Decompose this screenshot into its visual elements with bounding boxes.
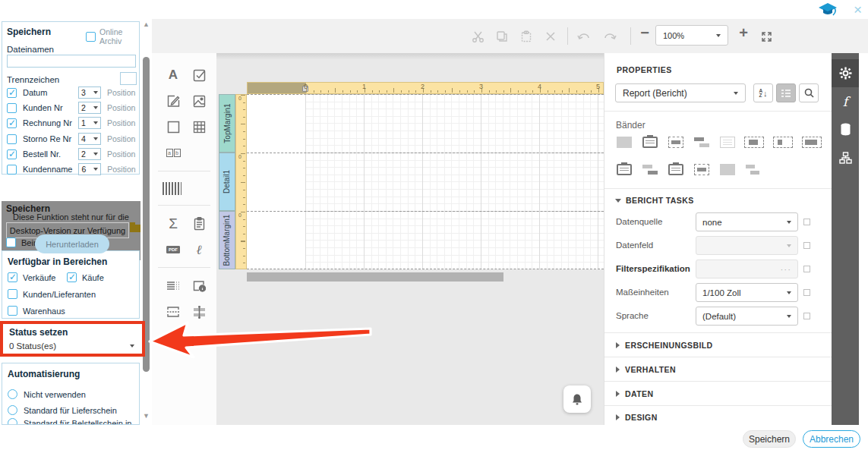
band-icon[interactable] <box>668 164 683 175</box>
radio-icon[interactable] <box>8 389 17 399</box>
cancel-button[interactable]: Abbrechen <box>803 430 860 448</box>
properties-rail-button[interactable] <box>832 59 859 87</box>
paste-icon[interactable] <box>519 30 533 43</box>
kunden-lieferanten-checkbox[interactable] <box>8 289 17 299</box>
notifications-button[interactable] <box>563 385 591 413</box>
radio-nicht-verwenden[interactable]: Nicht verwenden <box>8 389 86 399</box>
signature-icon[interactable]: ℓ <box>188 238 210 261</box>
character-comb-control-icon[interactable]: ab <box>162 141 185 164</box>
search-button[interactable] <box>799 83 819 102</box>
verkaeufe-row[interactable]: Verkäufe <box>8 272 55 282</box>
datum-position-dropdown[interactable]: 3 <box>78 87 101 99</box>
trennzeichen-input[interactable] <box>120 72 137 85</box>
band-icon[interactable] <box>802 137 822 148</box>
band-icon[interactable] <box>773 137 793 148</box>
warenhaus-row[interactable]: Warenhaus <box>8 306 65 316</box>
fullscreen-icon[interactable] <box>759 30 773 43</box>
warenhaus-checkbox[interactable] <box>8 306 17 316</box>
beim-speichern-checkbox[interactable] <box>6 238 16 247</box>
band-icon[interactable] <box>642 137 658 148</box>
ellipsis-icon[interactable]: ··· <box>781 265 792 274</box>
band-boundary[interactable] <box>247 153 604 153</box>
object-selector-dropdown[interactable]: Report (Bericht) <box>615 83 746 102</box>
bericht-tasks-header[interactable]: BERICHT TASKS <box>615 196 694 205</box>
dateinamen-input[interactable] <box>7 55 136 68</box>
section-verhalten[interactable]: VERHALTEN <box>604 357 832 381</box>
report-explorer-rail-button[interactable] <box>832 143 859 171</box>
radio-icon[interactable] <box>8 418 17 425</box>
pdf-content-icon[interactable]: PDF <box>162 238 185 261</box>
datasource-rail-button[interactable] <box>832 115 859 143</box>
kaeufe-checkbox[interactable] <box>67 272 77 282</box>
prop-marker[interactable] <box>803 242 810 249</box>
bestellnr-checkbox[interactable] <box>7 149 17 159</box>
panel-control-icon[interactable] <box>162 115 185 138</box>
band-icon[interactable] <box>617 137 632 148</box>
bestellnr-position-dropdown[interactable]: 2 <box>78 148 101 160</box>
checkbox-control-icon[interactable] <box>188 64 210 87</box>
copy-icon[interactable] <box>495 30 509 43</box>
band-icon[interactable] <box>694 137 709 148</box>
online-archiv-row[interactable]: Online Archiv <box>86 27 139 46</box>
kundennr-checkbox[interactable] <box>7 103 17 113</box>
zoom-in-icon[interactable]: + <box>737 26 750 39</box>
kunden-lieferanten-row[interactable]: Kunden/Lieferanten <box>8 289 96 299</box>
radio-lieferschein[interactable]: Standard für Lieferschein <box>8 405 117 415</box>
kundenname-position-dropdown[interactable]: 6 <box>78 163 101 175</box>
band-boundary[interactable] <box>247 269 604 269</box>
band-tab-detail[interactable]: Detail1 <box>219 153 235 211</box>
rechnungnr-position-dropdown[interactable]: 1 <box>78 117 101 129</box>
line-list-icon[interactable] <box>162 275 185 297</box>
close-icon[interactable]: × <box>854 0 862 19</box>
prop-marker[interactable] <box>803 313 810 319</box>
datenquelle-dropdown[interactable]: none <box>696 212 798 231</box>
barcode-control-icon[interactable] <box>160 177 183 200</box>
herunterladen-balloon[interactable]: Herunterladen <box>35 234 109 253</box>
section-erscheinungsbild[interactable]: ERSCHEINUNGSBILD <box>604 332 832 357</box>
summary-sigma-icon[interactable]: Σ <box>162 212 185 235</box>
sort-alphabetical-button[interactable]: AZ ↓ <box>753 83 773 102</box>
band-icon[interactable] <box>617 164 632 175</box>
section-daten[interactable]: DATEN <box>604 381 832 405</box>
sidebar-scrollbar[interactable]: ▲ ▼ <box>140 19 152 425</box>
band-icon[interactable] <box>642 164 658 175</box>
richtext-control-icon[interactable] <box>162 90 185 112</box>
expressions-rail-button[interactable]: f <box>832 87 859 115</box>
band-tab-topmargin[interactable]: TopMargin1 <box>219 94 235 153</box>
band-icon[interactable] <box>694 164 709 175</box>
design-canvas[interactable]: 0 1 2 3 4 5 TopMargin1 Detail1 BottomMar… <box>216 53 604 425</box>
status-dropdown[interactable]: 0 Status(es) <box>9 341 134 351</box>
prop-marker[interactable] <box>803 219 810 225</box>
band-icon[interactable] <box>668 137 683 148</box>
band-tab-bottommargin[interactable]: BottomMargin1 <box>219 211 235 269</box>
category-view-button[interactable] <box>776 83 796 102</box>
page-info-icon[interactable] <box>188 275 210 297</box>
band-boundary[interactable] <box>247 211 604 212</box>
prop-marker[interactable] <box>803 266 810 272</box>
filter-editor-field[interactable]: ··· <box>696 260 798 278</box>
band-icon[interactable] <box>720 164 735 175</box>
redo-icon[interactable] <box>603 30 617 43</box>
kundennr-position-dropdown[interactable]: 2 <box>78 102 101 114</box>
scroll-down-icon[interactable]: ▼ <box>143 412 150 420</box>
stornorenr-position-dropdown[interactable]: 4 <box>78 133 101 145</box>
verkaeufe-checkbox[interactable] <box>8 272 17 282</box>
radio-icon[interactable] <box>8 405 17 415</box>
sprache-dropdown[interactable]: (Default) <box>696 307 798 326</box>
datum-checkbox[interactable] <box>7 88 17 98</box>
band-icon[interactable] <box>720 137 735 148</box>
label-control-icon[interactable]: A <box>162 64 185 87</box>
cut-icon[interactable] <box>471 30 485 43</box>
table-control-icon[interactable] <box>188 115 210 138</box>
zoom-out-icon[interactable]: − <box>638 26 652 39</box>
rechnungnr-checkbox[interactable] <box>7 118 17 128</box>
delete-icon[interactable] <box>544 30 557 43</box>
band-icon[interactable] <box>746 164 761 175</box>
picture-control-icon[interactable] <box>188 90 210 112</box>
band-boundary[interactable] <box>247 94 604 95</box>
zoom-dropdown[interactable]: 100% <box>655 25 728 46</box>
stornorenr-checkbox[interactable] <box>7 134 17 144</box>
online-archiv-checkbox[interactable] <box>86 32 96 42</box>
radio-bestellschein[interactable]: Standard für Belstellschein in <box>8 418 131 425</box>
prop-marker[interactable] <box>803 289 810 296</box>
